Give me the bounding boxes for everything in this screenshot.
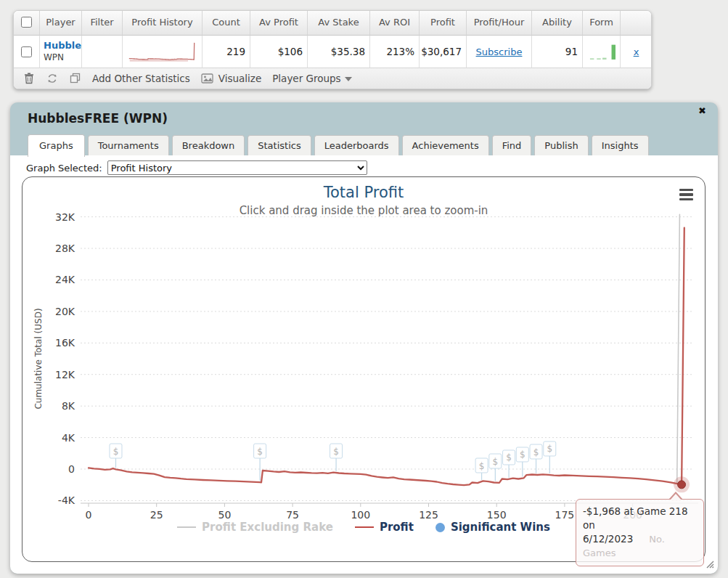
visualize-button[interactable]: Visualize [218,73,261,84]
av-roi-cell: 213% [370,36,420,68]
chart-title: Total Profit [23,184,705,201]
col-av-roi[interactable]: Av ROI [370,11,420,36]
av-profit-cell: $106 [250,36,308,68]
svg-text:8K: 8K [62,400,75,412]
form-cell [583,36,621,68]
col-count[interactable]: Count [203,11,250,36]
copy-icon[interactable] [69,72,81,84]
tab-leaderboards[interactable]: Leaderboards [314,135,399,155]
tooltip-line2: 6/12/2023 [583,533,633,545]
col-profit-history[interactable]: Profit History [123,11,203,36]
delete-icon[interactable] [23,72,35,84]
count-cell: 219 [203,36,250,68]
graph-selected-label: Graph Selected: [26,163,102,174]
svg-text:$: $ [257,447,263,457]
svg-text:125: 125 [419,509,438,521]
svg-text:12K: 12K [55,369,75,380]
chevron-down-icon [345,77,352,81]
profit-history-cell[interactable] [123,36,203,68]
svg-text:0: 0 [68,463,75,475]
svg-text:150: 150 [487,509,507,521]
form-sparkline [587,41,615,62]
subscribe-link[interactable]: Subscribe [476,46,523,57]
svg-text:$: $ [506,452,512,463]
close-icon[interactable]: ✖ [698,105,706,116]
blue-dot-icon [435,523,445,532]
panel-body: Graph Selected: Profit History 32K28K24K… [10,155,718,574]
tab-achievements[interactable]: Achievements [402,135,489,155]
profit-history-sparkline [127,38,197,65]
refresh-icon[interactable] [46,72,58,84]
svg-text:$: $ [533,447,539,457]
col-player[interactable]: Player [40,11,82,36]
tab-statistics[interactable]: Statistics [248,135,311,155]
filter-cell[interactable] [82,36,123,68]
graph-selected-dropdown[interactable]: Profit History [107,160,367,175]
col-profit[interactable]: Profit [420,11,467,36]
legend-profit-excluding-rake[interactable]: Profit Excluding Rake [177,521,333,534]
svg-text:$: $ [333,447,339,457]
svg-text:$: $ [113,447,119,457]
chart-menu-icon[interactable] [679,189,693,200]
player-name-link[interactable]: Hubbles [44,40,82,52]
svg-text:75: 75 [286,509,299,521]
row-checkbox-cell[interactable] [14,36,40,68]
tab-breakdown[interactable]: Breakdown [172,135,245,155]
svg-text:$: $ [547,444,552,454]
tab-insights[interactable]: Insights [592,135,649,155]
profit-hour-cell: Subscribe [467,36,532,68]
svg-text:$: $ [479,461,485,471]
player-groups-button[interactable]: Player Groups [272,73,351,84]
remove-row-cell: x [621,36,652,68]
svg-text:24K: 24K [55,274,75,285]
col-actions [621,11,652,36]
profit-cell: $30,617 [420,36,467,68]
svg-text:$: $ [493,457,499,467]
tooltip-line1: -$1,968 at Game 218 on [583,505,688,531]
player-cell[interactable]: Hubbles WPN [40,36,82,68]
svg-text:-4K: -4K [58,494,75,506]
col-filter[interactable]: Filter [82,11,123,36]
red-dash-icon [355,526,374,528]
chart-tooltip: -$1,968 at Game 218 on 6/12/2023No. Game… [576,499,704,566]
legend-profit[interactable]: Profit [355,521,414,534]
svg-text:175: 175 [555,509,575,521]
svg-text:50: 50 [218,509,231,521]
svg-text:4K: 4K [62,432,75,444]
svg-text:25: 25 [150,509,163,521]
col-form[interactable]: Form [583,11,621,36]
gray-dash-icon [177,526,196,528]
row-checkbox[interactable] [21,46,32,57]
select-all-header[interactable] [14,11,40,36]
tab-graphs[interactable]: Graphs [28,134,85,157]
svg-text:16K: 16K [55,337,75,349]
tab-tournaments[interactable]: Tournaments [88,135,169,155]
remove-row-link[interactable]: x [634,46,639,57]
col-av-stake[interactable]: Av Stake [308,11,370,36]
resize-handle-icon[interactable] [705,558,714,571]
results-table: Player Filter Profit History Count Av Pr… [13,10,652,89]
av-stake-cell: $35.38 [308,36,370,68]
svg-text:$: $ [520,449,525,460]
player-network: WPN [44,52,64,63]
select-all-checkbox[interactable] [21,17,32,28]
player-detail-panel: HubblesFREE (WPN) ✖ Graphs Tournaments B… [10,102,718,574]
visualize-icon[interactable] [201,72,213,84]
chart-subtitle: Click and drag inside the plot area to z… [23,204,705,217]
svg-text:0: 0 [86,509,92,521]
col-ability[interactable]: Ability [532,11,583,36]
tab-publish[interactable]: Publish [534,135,588,155]
table-toolbar: Add Other Statistics Visualize Player Gr… [14,68,652,89]
add-other-statistics-button[interactable]: Add Other Statistics [92,73,190,84]
svg-text:28K: 28K [55,243,75,254]
col-av-profit[interactable]: Av Profit [250,11,308,36]
ability-cell: 91 [532,36,583,68]
tab-find[interactable]: Find [492,135,532,155]
profit-chart: 32K28K24K20K16K12K8K4K0-4KCumulative Tot… [22,176,705,562]
svg-text:20K: 20K [55,306,75,317]
svg-text:Cumulative Total (USD): Cumulative Total (USD) [33,308,44,409]
col-profit-hour[interactable]: Profit/Hour [467,11,532,36]
svg-text:100: 100 [351,509,370,521]
tab-bar: Graphs Tournaments Breakdown Statistics … [28,102,649,155]
legend-significant-wins[interactable]: Significant Wins [435,521,550,534]
